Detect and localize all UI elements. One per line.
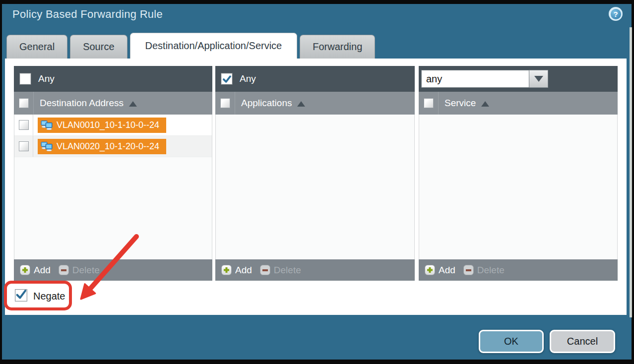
- chevron-down-icon: [534, 76, 543, 82]
- destination-column-header: Destination Address: [14, 92, 212, 115]
- destination-row[interactable]: VLAN0020_10-1-20-0--24: [14, 136, 212, 157]
- applications-footer: Add Delete: [215, 259, 415, 281]
- tab-source[interactable]: Source: [70, 35, 127, 59]
- sort-ascending-icon[interactable]: [481, 101, 489, 107]
- row-checkbox[interactable]: [19, 141, 29, 151]
- tab-destination-application-service[interactable]: Destination/Application/Service: [130, 33, 298, 59]
- add-plus-icon: [20, 265, 30, 275]
- sort-ascending-icon[interactable]: [129, 101, 137, 107]
- header-divider: [438, 92, 439, 115]
- applications-column-header: Applications: [215, 92, 415, 115]
- address-object-tag[interactable]: VLAN0020_10-1-20-0--24: [38, 139, 166, 154]
- applications-header-label: Applications: [241, 98, 292, 109]
- address-object-tag[interactable]: VLAN0010_10-1-10-0--24: [38, 118, 166, 133]
- delete-minus-icon: [59, 265, 69, 275]
- sort-ascending-icon[interactable]: [297, 101, 305, 107]
- header-divider: [235, 92, 235, 115]
- applications-any-checkbox[interactable]: [221, 73, 232, 84]
- destination-any-label: Any: [38, 73, 55, 84]
- destination-address-column: Any Destination Address: [14, 66, 212, 281]
- service-select-all-checkbox[interactable]: [424, 98, 434, 108]
- destination-select-all-checkbox[interactable]: [19, 98, 29, 108]
- help-question-glyph: ?: [611, 9, 621, 19]
- service-column-header: Service: [419, 92, 618, 115]
- background-window-edge: [630, 27, 632, 317]
- destination-address-list: VLAN0010_10-1-10-0--24: [14, 115, 212, 259]
- applications-select-all-checkbox[interactable]: [220, 98, 230, 108]
- tab-forwarding[interactable]: Forwarding: [300, 35, 375, 59]
- cancel-button[interactable]: Cancel: [550, 330, 615, 353]
- service-header-label: Service: [444, 98, 476, 109]
- network-address-icon: [41, 121, 53, 130]
- applications-delete-button[interactable]: Delete: [260, 265, 301, 276]
- applications-list: [215, 115, 415, 259]
- checkmark-icon: [222, 74, 232, 84]
- service-dropdown-bar: any: [419, 66, 618, 92]
- delete-minus-icon: [260, 265, 270, 275]
- row-checkbox[interactable]: [19, 120, 29, 130]
- tab-bar: General Source Destination/Application/S…: [6, 33, 375, 59]
- service-list: [419, 115, 618, 259]
- negate-checkbox[interactable]: [15, 289, 27, 302]
- negate-label: Negate: [33, 291, 65, 302]
- service-column: any Service Add D: [419, 66, 618, 281]
- help-icon[interactable]: ?: [609, 7, 623, 21]
- tab-general[interactable]: General: [6, 35, 67, 59]
- checkmark-icon: [15, 289, 27, 301]
- applications-add-button[interactable]: Add: [221, 265, 252, 276]
- destination-row[interactable]: VLAN0010_10-1-10-0--24: [14, 115, 212, 136]
- address-object-name: VLAN0020_10-1-20-0--24: [57, 141, 159, 152]
- ok-button[interactable]: OK: [479, 330, 544, 353]
- applications-any-label: Any: [240, 73, 256, 84]
- address-object-name: VLAN0010_10-1-10-0--24: [57, 120, 159, 130]
- row-checkbox-cell: [14, 136, 33, 157]
- service-add-button[interactable]: Add: [425, 265, 455, 276]
- dialog-window: Policy Based Forwarding Rule ? General S…: [0, 0, 634, 364]
- dropdown-button[interactable]: [529, 70, 548, 88]
- applications-column: Any Applications Add Delete: [215, 66, 415, 281]
- service-delete-button[interactable]: Delete: [463, 265, 505, 276]
- delete-minus-icon: [463, 265, 474, 275]
- destination-footer: Add Delete: [14, 259, 212, 281]
- dialog-title: Policy Based Forwarding Rule: [12, 8, 163, 21]
- service-footer: Add Delete: [419, 259, 618, 281]
- service-dropdown-value[interactable]: any: [421, 70, 529, 88]
- header-divider: [33, 92, 34, 115]
- add-plus-icon: [221, 265, 232, 275]
- row-checkbox-cell: [14, 115, 33, 135]
- destination-any-bar: Any: [14, 66, 212, 92]
- destination-delete-button[interactable]: Delete: [59, 265, 100, 276]
- network-address-icon: [41, 142, 53, 151]
- add-plus-icon: [425, 265, 435, 275]
- destination-header-label: Destination Address: [40, 98, 124, 109]
- destination-any-checkbox[interactable]: [20, 73, 31, 84]
- service-dropdown[interactable]: any: [421, 70, 548, 88]
- applications-any-bar: Any: [215, 66, 415, 92]
- destination-add-button[interactable]: Add: [20, 265, 51, 276]
